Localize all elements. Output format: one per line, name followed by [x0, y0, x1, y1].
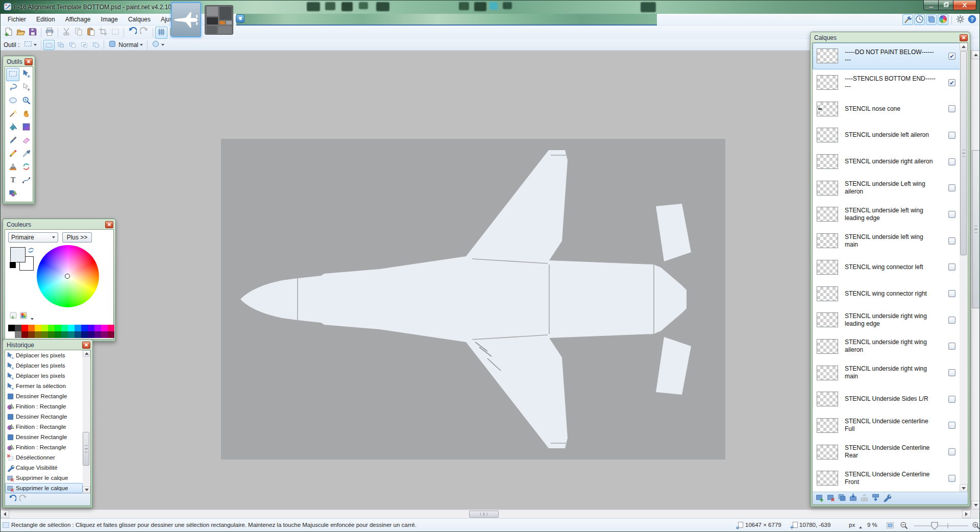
tool-lasso-select[interactable] [6, 81, 19, 94]
layer-visibility-checkbox[interactable] [948, 263, 955, 271]
zoom-slider[interactable] [913, 521, 969, 531]
layer-row[interactable]: ----STENCILS BOTTOM END--------✔ [813, 69, 961, 96]
paste-button[interactable] [85, 27, 97, 39]
palette-swatch[interactable] [88, 325, 94, 331]
blend-mode-dropdown[interactable]: Normal [106, 40, 145, 50]
new-button[interactable] [2, 27, 14, 39]
layer-visibility-checkbox[interactable] [948, 184, 955, 191]
layer-row[interactable]: STENCIL Underside Centerline Rear [813, 439, 961, 465]
swap-colors-icon[interactable] [28, 246, 36, 256]
undo-button[interactable] [126, 27, 138, 39]
palette-swatch[interactable] [48, 331, 55, 338]
settings-button[interactable] [955, 14, 966, 25]
layer-row[interactable]: STENCIL underside left aileron [813, 122, 961, 149]
save-button[interactable] [27, 27, 39, 39]
redo-button[interactable] [138, 27, 151, 39]
layer-row[interactable]: STENCIL Underside Sides L/R [813, 386, 961, 413]
move-layer-down-button[interactable] [871, 494, 880, 503]
image-tab-texture[interactable] [205, 5, 233, 35]
zoom-to-window-icon[interactable] [886, 521, 894, 530]
move-layer-up-button[interactable] [860, 494, 869, 503]
tool-clone-stamp[interactable] [6, 161, 19, 174]
tool-move-selection[interactable] [19, 81, 33, 94]
layer-visibility-checkbox[interactable] [948, 422, 955, 429]
duplicate-layer-button[interactable] [837, 494, 847, 503]
palette-swatch[interactable] [101, 331, 108, 338]
layer-row[interactable]: STENCIL Underside centerline Full [813, 413, 961, 439]
layer-row[interactable]: -----DO NOT PAINT BELOW---------✔ [813, 43, 961, 69]
palette-swatch[interactable] [15, 325, 21, 331]
toggle-colors-window-button[interactable] [938, 14, 948, 25]
layer-visibility-checkbox[interactable] [948, 317, 955, 324]
v-scroll-thumb[interactable] [972, 150, 980, 308]
layer-visibility-checkbox[interactable] [948, 396, 955, 403]
palette-swatch[interactable] [94, 325, 101, 331]
layer-visibility-checkbox[interactable]: ✔ [948, 53, 955, 60]
history-undo-icon[interactable] [8, 495, 16, 504]
menu-image[interactable]: Image [96, 14, 123, 26]
palette-swatch[interactable] [68, 325, 75, 331]
history-item[interactable]: Dessiner Rectangle [5, 412, 83, 422]
layer-row[interactable]: STENCIL underside left wing leading edge [813, 201, 961, 228]
palette-swatch[interactable] [8, 325, 15, 331]
print-button[interactable] [43, 27, 56, 39]
delete-layer-button[interactable] [826, 494, 836, 503]
palette-swatch[interactable] [55, 331, 61, 338]
layer-visibility-checkbox[interactable] [948, 237, 955, 245]
history-close-icon[interactable]: ✕ [82, 342, 90, 349]
tool-rectangle-select[interactable] [6, 68, 19, 81]
layer-visibility-checkbox[interactable] [948, 448, 955, 455]
active-tool-dropdown[interactable] [22, 40, 39, 50]
color-wheel-selector[interactable] [65, 274, 70, 279]
layer-visibility-checkbox[interactable] [948, 132, 955, 139]
palette-swatch[interactable] [55, 325, 61, 331]
palette-swatch[interactable] [15, 331, 21, 338]
palette-swatch[interactable] [94, 331, 101, 338]
history-item[interactable]: Dessiner Rectangle [5, 391, 83, 401]
palette-swatch[interactable] [88, 331, 94, 338]
help-button[interactable]: ? [967, 14, 977, 25]
colors-close-icon[interactable]: ✕ [105, 221, 113, 228]
tool-line-curve[interactable] [19, 174, 33, 187]
palette-swatch[interactable] [108, 331, 114, 338]
grid-toggle-button[interactable] [155, 27, 167, 39]
layer-row[interactable]: STENCIL underside right wing leading edg… [813, 307, 961, 333]
tool-recolor[interactable] [19, 161, 33, 174]
palette-swatch[interactable] [81, 325, 88, 331]
toggle-layers-window-button[interactable] [926, 14, 937, 25]
vertical-scrollbar[interactable] [971, 51, 980, 510]
tool-pencil[interactable] [6, 148, 19, 161]
zoom-out-icon[interactable] [900, 521, 908, 530]
zoom-level-value[interactable]: 9 % [867, 522, 877, 528]
unit-selector[interactable]: px [849, 522, 855, 528]
history-redo-icon[interactable] [19, 495, 28, 504]
primary-color-swatch[interactable] [10, 247, 26, 262]
tool-move-selected-pixels[interactable] [19, 68, 33, 81]
tool-gradient[interactable] [19, 121, 33, 134]
copy-button[interactable] [72, 27, 85, 39]
history-item[interactable]: Calque Visibilité [5, 463, 83, 473]
layer-visibility-checkbox[interactable] [948, 290, 955, 297]
color-mode-dropdown[interactable]: Primaire [8, 232, 58, 243]
palette-swatch[interactable] [35, 325, 41, 331]
palette-swatch[interactable] [41, 325, 48, 331]
selection-mode-xor[interactable] [90, 40, 102, 50]
layer-row[interactable]: STENCIL wing connector left [813, 254, 961, 281]
palette-swatch[interactable] [101, 325, 108, 331]
layer-visibility-checkbox[interactable] [948, 343, 955, 350]
cut-button[interactable] [60, 27, 72, 39]
minimize-button[interactable] [923, 1, 939, 10]
history-item[interactable]: Finition : Rectangle [5, 401, 83, 412]
palette-swatch[interactable] [21, 331, 28, 338]
palette-swatch[interactable] [75, 325, 81, 331]
image-tab-f16-template[interactable] [171, 2, 201, 37]
tool-paint-bucket[interactable] [6, 121, 19, 134]
tool-color-picker[interactable] [19, 148, 33, 161]
layer-row[interactable]: STENCIL underside right wing aileron [813, 333, 961, 360]
history-item[interactable]: Déplacer les pixels [5, 350, 83, 360]
merge-layer-down-button[interactable] [848, 494, 858, 503]
history-item[interactable]: Déplacer les pixels [5, 371, 83, 381]
add-palette-color-icon[interactable] [9, 311, 17, 321]
history-item[interactable]: Finition : Rectangle [5, 442, 83, 452]
history-item[interactable]: Fermer la sélection [5, 381, 83, 391]
